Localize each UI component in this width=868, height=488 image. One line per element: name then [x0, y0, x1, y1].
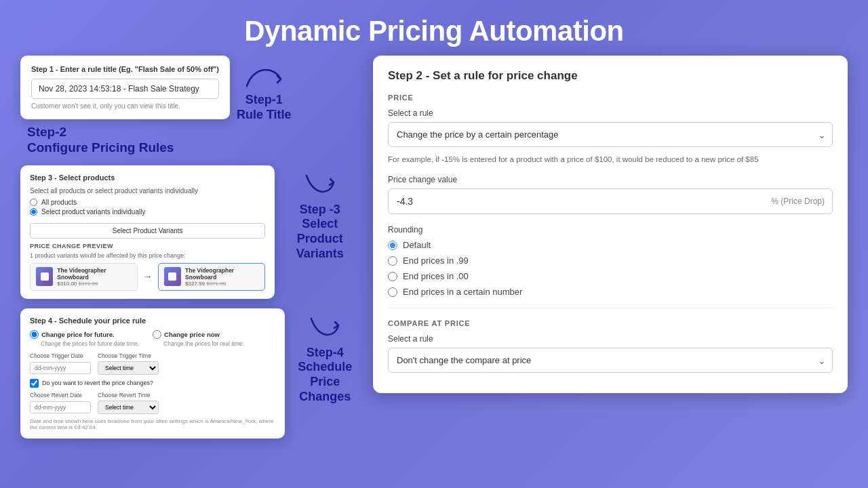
price-rule-select-wrapper: Change the price by a certain percentage…	[388, 122, 833, 147]
product1-card: The Videographer Snowboard $310.00 $371.…	[30, 263, 138, 291]
rounding-99-radio[interactable]	[388, 256, 397, 266]
schedule-now-radio[interactable]	[153, 330, 161, 339]
step3-label-line3: Variants	[296, 247, 344, 260]
rounding-99[interactable]: End prices in .99	[388, 256, 833, 266]
step2-label-line2: Configure Pricing Rules	[27, 140, 174, 155]
rounding-certain-label: End prices in a certain number	[403, 287, 522, 297]
trigger-date-time-row: Choose Trigger Date Choose Trigger Time …	[30, 352, 275, 375]
price-section-label: PRICE	[388, 94, 833, 102]
step2-label-line1: Step-2	[27, 125, 66, 139]
step4-label-line3: Changes	[299, 390, 351, 403]
compare-rule-select-wrapper: Don't change the compare at price Change…	[388, 348, 833, 373]
rounding-label: Rounding	[388, 225, 833, 235]
step3-card-title: Step 3 - Select products	[30, 174, 265, 182]
compare-section-label: COMPARE AT PRICE	[388, 319, 833, 327]
rounding-default-radio[interactable]	[388, 241, 397, 250]
step1-card: Step 1 - Enter a rule title (Eg. "Flash …	[20, 56, 230, 119]
trigger-time-label: Choose Trigger Time	[98, 352, 159, 359]
svg-rect-0	[41, 272, 49, 281]
product2-thumbnail	[164, 267, 181, 286]
step4-label-line2: Schedule Price	[298, 360, 352, 388]
select-variants-radio-row[interactable]: Select product variants individually	[30, 208, 265, 216]
product1-price: $310.00 $371.99	[57, 281, 131, 287]
select-variants-radio[interactable]	[30, 208, 37, 216]
product2-info: The Videographer Snowboard $327.99 $371.…	[185, 267, 259, 287]
revert-checkbox-label: Do you want to revert the price changes?	[42, 380, 153, 386]
compare-rule-select[interactable]: Don't change the compare at price Change…	[388, 348, 833, 373]
trigger-date-input[interactable]	[30, 362, 91, 374]
product1-info: The Videographer Snowboard $310.00 $371.…	[57, 267, 131, 287]
panel-divider	[388, 308, 833, 308]
select-rule-label: Select a rule	[388, 108, 833, 118]
svg-rect-1	[168, 272, 176, 281]
step3-card: Step 3 - Select products Select all prod…	[20, 165, 275, 299]
product2-name: The Videographer Snowboard	[185, 267, 259, 281]
rule-title-hint: Customer won't see it, only you can view…	[31, 102, 219, 110]
rule-title-input[interactable]	[31, 79, 219, 99]
trigger-time-group: Choose Trigger Time Select time	[98, 352, 159, 375]
rounding-certain-radio[interactable]	[388, 287, 397, 297]
arrow3-icon	[300, 169, 340, 203]
revert-date-group: Choose Revert Date	[30, 392, 91, 414]
step4-label-line1: Step-4	[307, 346, 344, 359]
schedule-future-hint: Change the prices for future date time.	[41, 340, 139, 347]
rounding-default[interactable]: Default	[388, 240, 833, 250]
pricing-panel: Step 2 - Set a rule for price change PRI…	[373, 56, 848, 393]
rounding-00[interactable]: End prices in .00	[388, 271, 833, 281]
panel-title: Step 2 - Set a rule for price change	[388, 69, 833, 83]
product-preview-row: The Videographer Snowboard $310.00 $371.…	[30, 263, 265, 291]
step3-subtitle: Select all products or select product va…	[30, 187, 265, 195]
revert-date-label: Choose Revert Date	[30, 392, 91, 399]
product-arrow-icon: →	[143, 271, 153, 282]
rounding-99-label: End prices in .99	[403, 256, 469, 266]
schedule-future-option: Change price for future. Change the pric…	[30, 330, 139, 347]
price-change-value-label: Price change value	[388, 175, 833, 184]
rounding-default-label: Default	[403, 240, 431, 250]
revert-date-input[interactable]	[30, 401, 91, 413]
timezone-note: Date and time shown here uses timezone f…	[30, 418, 275, 430]
rounding-certain[interactable]: End prices in a certain number	[388, 287, 833, 297]
schedule-future-label[interactable]: Change price for future.	[30, 330, 139, 339]
arrow1-icon	[240, 59, 288, 93]
step4-card-title: Step 4 - Schedule your price rule	[30, 317, 275, 325]
trigger-date-label: Choose Trigger Date	[30, 352, 91, 359]
price-change-preview-title: PRICE CHANGE PREVIEW	[30, 243, 265, 249]
all-products-label: All products	[41, 199, 77, 206]
price-rule-description: For example, if -15% is entered for a pr…	[388, 154, 833, 165]
step1-card-title: Step 1 - Enter a rule title (Eg. "Flash …	[31, 65, 219, 73]
trigger-time-select[interactable]: Select time	[98, 361, 159, 375]
rounding-00-radio[interactable]	[388, 272, 397, 281]
step1-label-line2: Rule Title	[237, 108, 292, 121]
schedule-future-radio[interactable]	[30, 330, 39, 339]
step4-card: Step 4 - Schedule your price rule Change…	[20, 308, 285, 439]
product1-thumbnail	[36, 267, 53, 286]
step3-label-line2: Select Product	[297, 217, 343, 245]
left-column: Step 1 - Enter a rule title (Eg. "Flash …	[20, 56, 359, 483]
arrow4-icon	[304, 312, 345, 346]
rounding-00-label: End prices in .00	[403, 271, 469, 281]
schedule-row: Change price for future. Change the pric…	[30, 330, 275, 347]
compare-rule-label: Select a rule	[388, 334, 833, 344]
price-change-value-wrapper: % (Price Drop)	[388, 188, 833, 214]
select-variants-label: Select product variants individually	[41, 208, 145, 216]
all-products-radio[interactable]	[30, 199, 37, 206]
revert-checkbox-row[interactable]: Do you want to revert the price changes?	[30, 379, 275, 388]
right-column: Step 2 - Set a rule for price change PRI…	[359, 56, 848, 483]
revert-time-select[interactable]: Select time	[98, 401, 159, 414]
step3-label-line1: Step -3	[300, 203, 340, 216]
revert-checkbox[interactable]	[30, 379, 39, 388]
step1-label-line1: Step-1	[245, 93, 283, 106]
price-change-value-input[interactable]	[388, 188, 833, 214]
all-products-radio-row[interactable]: All products	[30, 199, 265, 206]
schedule-now-label[interactable]: Change price now	[153, 330, 244, 339]
price-rule-select[interactable]: Change the price by a certain percentage…	[388, 122, 833, 147]
product2-card: The Videographer Snowboard $327.99 $371.…	[158, 263, 266, 291]
schedule-now-hint: Change the prices for real time.	[163, 340, 244, 347]
select-variants-button[interactable]: Select Product Variants	[30, 223, 265, 239]
preview-note: 1 product variants would be affected by …	[30, 252, 265, 259]
product2-price: $327.99 $371.99	[185, 281, 259, 287]
schedule-now-option: Change price now Change the prices for r…	[153, 330, 244, 347]
product1-name: The Videographer Snowboard	[57, 267, 131, 281]
revert-date-time-row: Choose Revert Date Choose Revert Time Se…	[30, 392, 275, 414]
trigger-date-group: Choose Trigger Date	[30, 352, 91, 375]
